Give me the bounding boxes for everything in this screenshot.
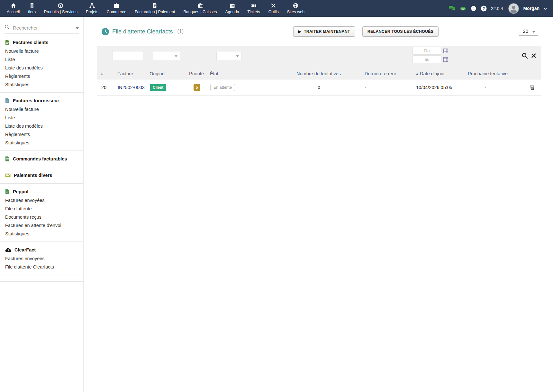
sidebar-item-liste-modeles-client[interactable]: Liste des modèles	[0, 64, 83, 72]
facture-link[interactable]: IN2502-0003	[118, 85, 145, 90]
col-header-num[interactable]: #	[97, 71, 111, 76]
sidebar-item-peppol-factures-envoyees[interactable]: Factures envoyées	[0, 196, 83, 205]
robot-icon[interactable]	[460, 5, 466, 12]
select-caret-icon	[175, 53, 177, 59]
sidebar-item-statistiques-client[interactable]: Statistiques	[0, 80, 83, 89]
nav-item-outils[interactable]: Outils	[264, 0, 283, 17]
nav-item-tiers[interactable]: tiers	[24, 0, 40, 17]
user-avatar[interactable]	[508, 3, 519, 14]
sidebar-item-peppol-file-attente[interactable]: File d'attente	[0, 205, 83, 213]
search-input[interactable]	[12, 25, 73, 31]
nav-item-produits-services[interactable]: Produits | Services	[40, 0, 82, 17]
col-header-prochaine-tentative[interactable]: Prochaine tentative	[467, 71, 523, 76]
sidebar-item-peppol-documents-recus[interactable]: Documents reçus	[0, 213, 83, 221]
file-lines-icon	[5, 156, 10, 161]
col-header-tentatives[interactable]: Nombre de tentatives	[275, 71, 362, 76]
sidebar-item-liste-client[interactable]: Liste	[0, 55, 83, 64]
apply-filter-search-icon[interactable]	[522, 53, 528, 60]
sidebar-item-nouvelle-facture-fournisseur[interactable]: Nouvelle facture	[0, 105, 83, 114]
sidebar-item-liste-fournisseur[interactable]: Liste	[0, 114, 83, 122]
sidebar-item-liste-modeles-fournisseur[interactable]: Liste des modèles	[0, 122, 83, 130]
clock-icon	[102, 28, 109, 35]
top-navigation-bar: Accueil tiers Produits | Services Projet…	[0, 0, 553, 17]
help-icon[interactable]: ?	[481, 5, 487, 12]
clear-filter-icon[interactable]	[531, 53, 536, 59]
retry-all-failed-button[interactable]: RELANCER TOUS LES ÉCHOUÉS	[362, 26, 439, 37]
invoice-client-icon	[5, 40, 10, 45]
briefcase-icon	[114, 3, 119, 8]
sidebar-search	[5, 24, 79, 33]
sidebar-item-nouvelle-facture-client[interactable]: Nouvelle facture	[0, 47, 83, 55]
cell-actions	[523, 84, 541, 91]
sidebar-item-reglements-fournisseur[interactable]: Règlements	[0, 130, 83, 139]
sitemap-icon	[89, 3, 95, 8]
filter-etat-select[interactable]	[216, 51, 242, 60]
calendar-picker-du-icon[interactable]	[443, 49, 448, 53]
filter-facture-input[interactable]	[112, 51, 143, 60]
nav-label: Accueil	[7, 10, 20, 14]
nav-label: Banques | Caisses	[183, 10, 217, 14]
process-now-button[interactable]: ▶ TRAITER MAINTENANT	[293, 26, 355, 37]
cell-priorite: 5	[184, 84, 210, 91]
chevron-down-icon[interactable]	[544, 7, 547, 10]
queue-table: # Facture Origine Priorité État Nombre d…	[97, 46, 541, 96]
sidebar-section-peppol[interactable]: Peppol	[0, 187, 83, 196]
select-caret-icon	[236, 53, 239, 59]
sidebar-item-reglements-client[interactable]: Règlements	[0, 72, 83, 80]
home-icon	[11, 3, 16, 8]
sidebar-item-clearfact-factures-envoyees[interactable]: Factures envoyées	[0, 254, 83, 263]
col-header-priorite[interactable]: Priorité	[184, 71, 209, 76]
col-header-derniere-erreur[interactable]: Dernière erreur	[362, 71, 415, 76]
bank-icon	[197, 3, 203, 8]
nav-item-accueil[interactable]: Accueil	[3, 0, 24, 17]
section-title: Paiements divers	[14, 173, 52, 178]
sidebar-section-paiements-divers[interactable]: Paiements divers	[0, 171, 83, 180]
sidebar-section-clearfact[interactable]: ClearFact	[0, 245, 83, 254]
nav-item-facturation-paiement[interactable]: Facturation | Paiement	[131, 0, 179, 17]
section-title: Factures clients	[13, 40, 48, 45]
sidebar-divider	[0, 275, 83, 275]
page-title-wrap: File d'attente Clearfacts (1)	[102, 28, 184, 35]
filter-origine-select[interactable]	[153, 51, 180, 60]
filter-date-du-input[interactable]	[412, 47, 441, 55]
nav-item-commerce[interactable]: Commerce	[103, 0, 131, 17]
col-header-date-ajout[interactable]: ▲ Date d'ajout	[415, 71, 467, 76]
search-icon	[5, 24, 10, 31]
tools-icon	[271, 3, 276, 8]
delete-trash-icon[interactable]	[529, 84, 535, 91]
col-header-etat[interactable]: État	[209, 71, 275, 76]
sidebar-item-clearfact-file-attente[interactable]: File d'attente Clearfacts	[0, 263, 83, 271]
sidebar-item-peppol-factures-attente-envoi[interactable]: Factures en attente d'envoi	[0, 221, 83, 230]
printer-icon[interactable]	[470, 5, 476, 12]
cell-derniere-erreur: -	[362, 85, 415, 90]
sidebar-item-peppol-statistiques[interactable]: Statistiques	[0, 230, 83, 238]
sidebar-section-commandes-facturables[interactable]: Commandes facturables	[0, 154, 83, 163]
sidebar-section-factures-clients[interactable]: Factures clients	[0, 38, 83, 47]
search-caret-icon[interactable]	[76, 25, 79, 31]
user-name[interactable]: Morgan	[523, 6, 539, 11]
nav-item-agenda[interactable]: Agenda	[221, 0, 243, 17]
nav-item-tickets[interactable]: Tickets	[243, 0, 264, 17]
cloud-upload-icon	[5, 248, 11, 252]
nav-item-sites-web[interactable]: Sites web	[283, 0, 309, 17]
nav-item-projets[interactable]: Projets	[82, 0, 103, 17]
table-row: 20 IN2502-0003 Client 5 En attente 0 - 1…	[97, 79, 541, 96]
sidebar-item-statistiques-fournisseur[interactable]: Statistiques	[0, 139, 83, 147]
col-header-origine[interactable]: Origine	[148, 71, 184, 76]
sidebar-section-factures-fournisseur[interactable]: Factures fournisseur	[0, 96, 83, 105]
page-size-select[interactable]: 20	[519, 27, 538, 36]
cell-etat: En attente	[210, 84, 276, 91]
filter-date-au-input[interactable]	[412, 55, 441, 63]
calendar-picker-au-icon[interactable]	[443, 57, 448, 62]
chat-icon[interactable]	[449, 5, 456, 12]
sidebar-divider	[0, 183, 83, 184]
nav-label: Sites web	[287, 10, 304, 14]
nav-item-banques-caisses[interactable]: Banques | Caisses	[179, 0, 221, 17]
nav-label: Produits | Services	[44, 10, 77, 14]
nav-label: Facturation | Paiement	[135, 10, 175, 14]
ticket-icon	[251, 3, 257, 8]
cell-facture: IN2502-0003	[112, 85, 149, 90]
nav-label: Tickets	[248, 10, 260, 14]
cell-date-ajout: 10/04/2026 05:05	[415, 85, 467, 90]
col-header-facture[interactable]: Facture	[111, 71, 148, 76]
